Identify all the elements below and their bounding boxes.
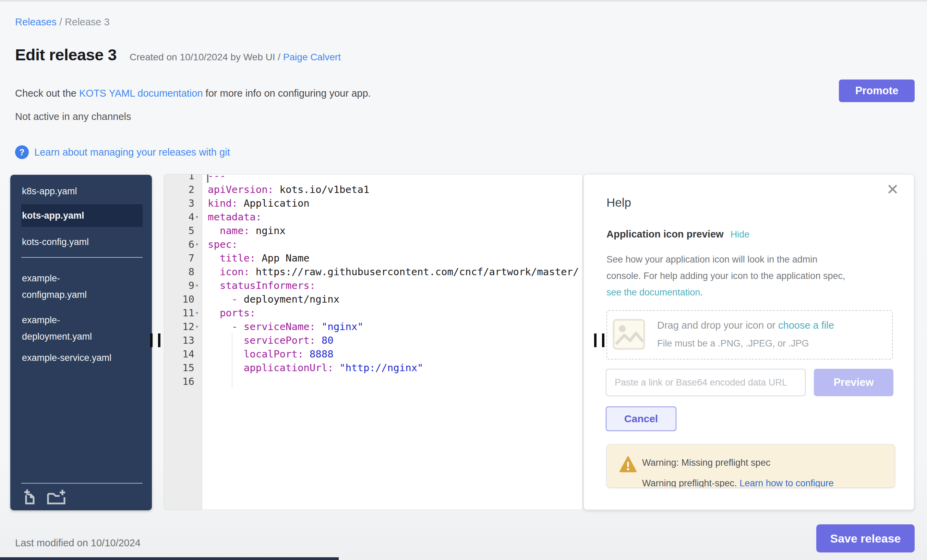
icon-preview-title: Application icon preview	[606, 229, 724, 240]
code-line: 4▾metadata:	[164, 210, 582, 224]
code-line: 14 localPort: 8888	[164, 347, 582, 361]
title-row: Edit release 3 Created on 10/10/2024 by …	[15, 45, 341, 64]
help-panel: ✕ Help Application icon preview Hide See…	[584, 174, 914, 510]
code-text: apiVersion: kots.io/v1beta1	[208, 183, 369, 196]
sidebar-divider	[21, 257, 143, 258]
help-panel-title: Help	[606, 196, 631, 209]
bottom-strip	[0, 557, 339, 560]
code-lines: 1---2apiVersion: kots.io/v1beta13kind: A…	[164, 174, 582, 510]
code-text: - deployment/nginx	[208, 292, 339, 306]
new-folder-icon[interactable]	[47, 489, 66, 505]
code-line: 8 icon: https://raw.githubusercontent.co…	[164, 265, 582, 279]
intro-line: Check out the KOTS YAML documentation fo…	[15, 88, 371, 99]
fold-icon[interactable]: ▾	[195, 210, 203, 224]
warning-title: Warning: Missing preflight spec	[642, 458, 770, 468]
code-text: - serviceName: "nginx"	[208, 320, 363, 334]
dropzone-text: Drag and drop your icon or choose a file	[657, 320, 834, 331]
git-help-link[interactable]: ? Learn about managing your releases wit…	[15, 145, 230, 159]
sidebar-actions	[22, 489, 66, 505]
file-list: k8s-app.yamlkots-app.yamlkots-config.yam…	[10, 184, 152, 371]
breadcrumb: Releases / Release 3	[15, 17, 110, 28]
code-text: ports:	[208, 306, 256, 320]
code-text: applicationUrl: "http://nginx"	[208, 361, 423, 375]
code-line: 10 - deployment/nginx	[164, 292, 582, 306]
warning-icon	[619, 455, 637, 473]
preview-button[interactable]: Preview	[814, 369, 894, 396]
preflight-warning-banner: Warning: Missing preflight spec Warning …	[606, 444, 895, 488]
line-number: 10	[164, 292, 195, 306]
line-number: 4	[164, 210, 195, 224]
code-text: servicePort: 80	[208, 334, 334, 347]
sidebar-bottom-divider	[21, 483, 143, 484]
learn-configure-link[interactable]: Learn how to configure	[740, 478, 834, 488]
line-number: 2	[164, 183, 195, 196]
see-documentation-link[interactable]: see the documentation	[606, 287, 700, 297]
question-icon: ?	[15, 145, 29, 159]
line-number: 3	[164, 196, 195, 210]
fold-icon[interactable]: ▾	[195, 238, 203, 251]
image-placeholder-icon	[612, 319, 645, 350]
fold-icon[interactable]: ▾	[195, 306, 203, 320]
file-tree-sidebar: k8s-app.yamlkots-app.yamlkots-config.yam…	[10, 175, 152, 510]
breadcrumb-current: Release 3	[65, 17, 110, 27]
line-number: 9	[164, 279, 195, 292]
sidebar-resize-handle[interactable]	[150, 334, 161, 347]
file-item[interactable]: example- configmap.yaml	[10, 270, 152, 303]
top-strip	[0, 0, 927, 2]
code-line: 6▾spec:	[164, 238, 582, 251]
line-number: 15	[164, 361, 195, 375]
code-line: 3kind: Application	[164, 196, 582, 210]
line-number: 1	[164, 174, 195, 183]
code-line: 11▾ ports:	[164, 306, 582, 320]
file-item[interactable]: example- deployment.yaml	[10, 312, 152, 345]
icon-preview-section: Application icon preview Hide	[606, 229, 749, 240]
choose-file-link[interactable]: choose a file	[778, 320, 834, 331]
line-number: 13	[164, 334, 195, 347]
hide-link[interactable]: Hide	[731, 229, 750, 240]
author-link[interactable]: Paige Calvert	[283, 52, 341, 62]
code-line: 9▾ statusInformers:	[164, 279, 582, 292]
channel-status: Not active in any channels	[15, 111, 131, 122]
code-text: spec:	[208, 238, 237, 251]
cancel-button[interactable]: Cancel	[606, 407, 676, 431]
line-number: 8	[164, 265, 195, 279]
file-item[interactable]: k8s-app.yaml	[10, 184, 152, 199]
breadcrumb-releases-link[interactable]: Releases	[15, 17, 56, 27]
code-line: 5 name: nginx	[164, 224, 582, 238]
code-text: icon: https://raw.githubusercontent.com/…	[208, 265, 579, 279]
save-release-button[interactable]: Save release	[816, 524, 915, 552]
file-item[interactable]: kots-app.yaml	[21, 204, 143, 227]
kots-yaml-doc-link[interactable]: KOTS YAML documentation	[79, 88, 203, 99]
last-modified-text: Last modified on 10/10/2024	[15, 537, 141, 549]
line-number: 12	[164, 320, 195, 334]
line-number: 7	[164, 251, 195, 265]
code-text: metadata:	[208, 210, 261, 224]
fold-icon[interactable]: ▾	[195, 279, 203, 292]
line-number: 5	[164, 224, 195, 238]
code-text: statusInformers:	[208, 279, 315, 292]
code-text: name: nginx	[208, 224, 286, 238]
editor-cursor	[207, 175, 208, 183]
new-file-icon[interactable]	[22, 489, 38, 505]
promote-button[interactable]: Promote	[839, 79, 915, 102]
line-number: 11	[164, 306, 195, 320]
code-line: 13 servicePort: 80	[164, 334, 582, 347]
icon-dropzone[interactable]: Drag and drop your icon or choose a file…	[606, 310, 893, 360]
fold-icon[interactable]: ▾	[195, 320, 203, 334]
created-meta: Created on 10/10/2024 by Web UI / Paige …	[129, 52, 341, 63]
close-icon[interactable]: ✕	[886, 182, 899, 197]
code-line: 2apiVersion: kots.io/v1beta1	[164, 183, 582, 196]
code-line: 1---	[164, 174, 582, 183]
code-line: 15 applicationUrl: "http://nginx"	[164, 361, 582, 375]
breadcrumb-separator: /	[56, 17, 65, 27]
line-number: 6	[164, 238, 195, 251]
icon-preview-description: See how your application icon will look …	[606, 251, 846, 300]
editor-resize-handle[interactable]	[594, 334, 605, 347]
line-number: 16	[164, 375, 195, 388]
code-text: title: App Name	[208, 251, 310, 265]
icon-url-input[interactable]	[606, 369, 805, 396]
file-item[interactable]: kots-config.yaml	[10, 234, 152, 249]
file-item[interactable]: example-service.yaml	[10, 350, 152, 365]
yaml-editor[interactable]: 1---2apiVersion: kots.io/v1beta13kind: A…	[164, 174, 583, 510]
dropzone-filetypes: File must be a .PNG, .JPEG, or .JPG	[657, 338, 809, 349]
